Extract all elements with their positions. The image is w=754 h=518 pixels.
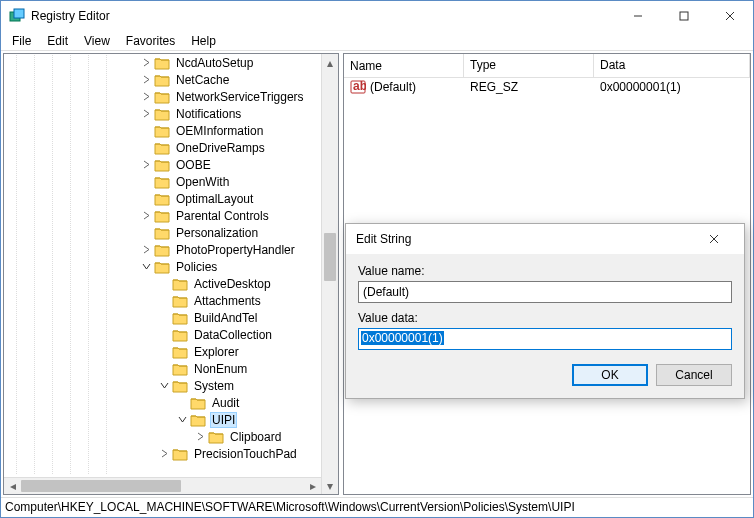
chevron-down-icon[interactable]	[156, 378, 172, 394]
chevron-right-icon[interactable]	[138, 89, 154, 105]
scroll-thumb[interactable]	[324, 233, 336, 281]
tree-item[interactable]: Notifications	[4, 105, 338, 122]
dialog-close-button[interactable]	[694, 225, 734, 253]
statusbar: Computer\HKEY_LOCAL_MACHINE\SOFTWARE\Mic…	[1, 497, 753, 517]
tree-label: NonEnum	[192, 362, 249, 376]
tree-item[interactable]: OEMInformation	[4, 122, 338, 139]
svg-rect-3	[680, 12, 688, 20]
tree-item[interactable]: OpenWith	[4, 173, 338, 190]
tree-item[interactable]: Personalization	[4, 224, 338, 241]
dialog-titlebar: Edit String	[346, 224, 744, 254]
value-name: (Default)	[370, 80, 416, 94]
svg-text:ab: ab	[353, 79, 366, 93]
tree-item[interactable]: PhotoPropertyHandler	[4, 241, 338, 258]
tree-label: Personalization	[174, 226, 260, 240]
value-data: 0x00000001(1)	[594, 79, 750, 95]
tree-item[interactable]: NcdAutoSetup	[4, 54, 338, 71]
tree-label: Explorer	[192, 345, 241, 359]
tree-label: System	[192, 379, 236, 393]
tree-item[interactable]: NonEnum	[4, 360, 338, 377]
tree-item[interactable]: OOBE	[4, 156, 338, 173]
scroll-right-icon[interactable]: ▸	[304, 478, 321, 494]
tree-label: OEMInformation	[174, 124, 265, 138]
horizontal-scrollbar[interactable]: ◂ ▸	[4, 477, 321, 494]
cancel-button[interactable]: Cancel	[656, 364, 732, 386]
tree-item[interactable]: DataCollection	[4, 326, 338, 343]
tree-item[interactable]: System	[4, 377, 338, 394]
minimize-button[interactable]	[615, 1, 661, 31]
tree-item[interactable]: PrecisionTouchPad	[4, 445, 338, 462]
tree-item[interactable]: OneDriveRamps	[4, 139, 338, 156]
tree-label: PhotoPropertyHandler	[174, 243, 297, 257]
scroll-up-icon[interactable]: ▴	[322, 54, 338, 71]
tree-label: NetCache	[174, 73, 231, 87]
column-data[interactable]: Data	[594, 54, 750, 77]
tree-item[interactable]: Explorer	[4, 343, 338, 360]
tree-label: OpenWith	[174, 175, 231, 189]
string-value-icon: ab	[350, 79, 366, 95]
maximize-button[interactable]	[661, 1, 707, 31]
tree-label: Audit	[210, 396, 241, 410]
tree-item[interactable]: Attachments	[4, 292, 338, 309]
tree-label: BuildAndTel	[192, 311, 259, 325]
chevron-down-icon[interactable]	[174, 412, 190, 428]
menu-view[interactable]: View	[77, 32, 117, 50]
tree-label: NcdAutoSetup	[174, 56, 255, 70]
menu-favorites[interactable]: Favorites	[119, 32, 182, 50]
tree-item[interactable]: Parental Controls	[4, 207, 338, 224]
value-name-field[interactable]	[358, 281, 732, 303]
app-icon	[9, 8, 25, 24]
chevron-right-icon[interactable]	[192, 429, 208, 445]
tree-item[interactable]: BuildAndTel	[4, 309, 338, 326]
chevron-right-icon[interactable]	[138, 242, 154, 258]
dialog-title: Edit String	[356, 232, 694, 246]
tree-label: Clipboard	[228, 430, 283, 444]
edit-string-dialog: Edit String Value name: Value data: 0x00…	[345, 223, 745, 399]
tree-item[interactable]: NetworkServiceTriggers	[4, 88, 338, 105]
tree-item[interactable]: ActiveDesktop	[4, 275, 338, 292]
menu-help[interactable]: Help	[184, 32, 223, 50]
tree-pane: NcdAutoSetupNetCacheNetworkServiceTrigge…	[3, 53, 339, 495]
svg-rect-1	[14, 9, 24, 18]
value-data-field-selection[interactable]: 0x00000001(1)	[361, 331, 444, 345]
tree-item[interactable]: Audit	[4, 394, 338, 411]
scroll-down-icon[interactable]: ▾	[322, 477, 338, 494]
chevron-right-icon[interactable]	[138, 106, 154, 122]
titlebar: Registry Editor	[1, 1, 753, 31]
window-title: Registry Editor	[31, 9, 615, 23]
value-data-label: Value data:	[358, 311, 732, 325]
tree-item[interactable]: OptimalLayout	[4, 190, 338, 207]
tree-label: UIPI	[210, 412, 237, 428]
vertical-scrollbar[interactable]: ▴ ▾	[321, 54, 338, 494]
close-button[interactable]	[707, 1, 753, 31]
tree-item[interactable]: NetCache	[4, 71, 338, 88]
tree-label: Attachments	[192, 294, 263, 308]
scroll-left-icon[interactable]: ◂	[4, 478, 21, 494]
ok-button[interactable]: OK	[572, 364, 648, 386]
chevron-right-icon[interactable]	[138, 157, 154, 173]
tree-label: OptimalLayout	[174, 192, 255, 206]
chevron-right-icon[interactable]	[156, 446, 172, 462]
tree-label: Parental Controls	[174, 209, 271, 223]
scroll-thumb-h[interactable]	[21, 480, 181, 492]
menu-file[interactable]: File	[5, 32, 38, 50]
column-type[interactable]: Type	[464, 54, 594, 77]
tree-label: DataCollection	[192, 328, 274, 342]
value-row[interactable]: ab (Default) REG_SZ 0x00000001(1)	[344, 78, 750, 96]
chevron-down-icon[interactable]	[138, 259, 154, 275]
tree-item[interactable]: UIPI	[4, 411, 338, 428]
tree-label: OOBE	[174, 158, 213, 172]
tree-item[interactable]: Clipboard	[4, 428, 338, 445]
tree-item[interactable]: Policies	[4, 258, 338, 275]
menubar: File Edit View Favorites Help	[1, 31, 753, 51]
menu-edit[interactable]: Edit	[40, 32, 75, 50]
chevron-right-icon[interactable]	[138, 72, 154, 88]
column-name[interactable]: Name	[344, 54, 464, 77]
chevron-right-icon[interactable]	[138, 55, 154, 71]
chevron-right-icon[interactable]	[138, 208, 154, 224]
value-type: REG_SZ	[464, 79, 594, 95]
list-header: Name Type Data	[344, 54, 750, 78]
tree-label: OneDriveRamps	[174, 141, 267, 155]
value-name-label: Value name:	[358, 264, 732, 278]
tree-label: NetworkServiceTriggers	[174, 90, 306, 104]
